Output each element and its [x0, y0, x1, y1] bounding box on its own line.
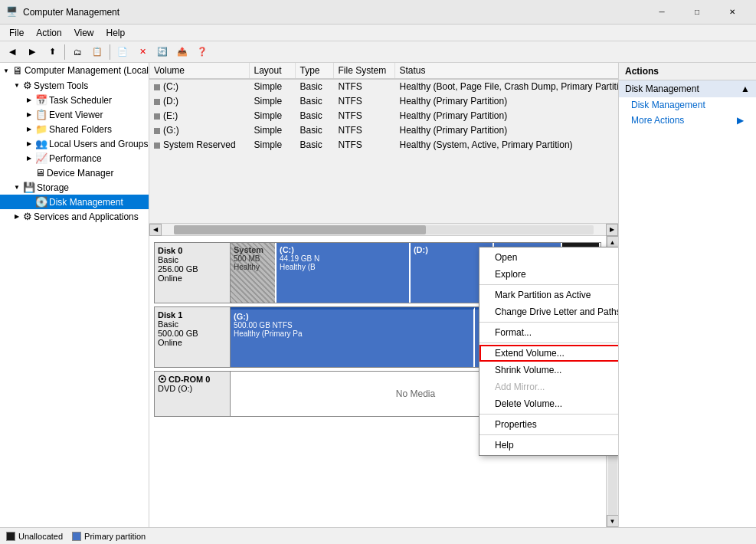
toolbar-export[interactable]: 📤 [173, 44, 191, 61]
actions-more-actions[interactable]: More Actions ▶ [619, 113, 756, 128]
context-menu-item-mark-partition-as-active[interactable]: Mark Partition as Active [479, 287, 618, 303]
partition-c[interactable]: (C:) 44.19 GB N Healthy (B [277, 243, 411, 303]
cdrom-0-name: 🖸 CD-ROM 0 [158, 375, 227, 384]
scroll-track[interactable] [174, 225, 594, 234]
tree-toggle-services[interactable]: ▶ [12, 212, 21, 221]
partition-system-reserved[interactable]: System 500 MB Healthy [231, 243, 277, 303]
tree-label-event-viewer: Event Viewer [49, 110, 103, 120]
toolbar-back[interactable]: ◀ [3, 44, 21, 61]
context-menu-item-explore[interactable]: Explore [479, 266, 618, 283]
disk-0-type: Basic [158, 255, 227, 264]
tree-item-system-tools[interactable]: ▼ ⚙ System Tools [0, 78, 149, 93]
legend-unallocated-box [6, 532, 15, 541]
toolbar-refresh[interactable]: 🔄 [153, 44, 172, 61]
context-menu-item-delete-volume-[interactable]: Delete Volume... [479, 395, 618, 412]
close-button[interactable]: ✕ [715, 0, 750, 25]
scroll-thumb [174, 225, 426, 234]
toolbar-up[interactable]: ⬆ [43, 44, 61, 61]
table-row[interactable]: System Reserved Simple Basic NTFS Health… [149, 138, 618, 152]
table-row[interactable]: (C:) Simple Basic NTFS Healthy (Boot, Pa… [149, 79, 618, 94]
tree-toggle-shared-folders[interactable]: ▶ [25, 125, 34, 134]
tree-item-performance[interactable]: ▶ 📈 Performance [0, 151, 149, 165]
tree-item-shared-folders[interactable]: ▶ 📁 Shared Folders [0, 122, 149, 136]
partition-c-status: Healthy (B [280, 263, 406, 271]
tree-root[interactable]: ▼ 🖥 Computer Management (Local [0, 63, 149, 78]
tree-item-services[interactable]: ▶ ⚙ Services and Applications [0, 209, 149, 224]
legend-unallocated-label: Unallocated [18, 532, 63, 541]
toolbar-show-hide[interactable]: 🗂 [68, 44, 87, 61]
menu-file[interactable]: File [3, 26, 30, 40]
tree-item-task-scheduler[interactable]: ▶ 📅 Task Scheduler [0, 93, 149, 107]
menu-view[interactable]: View [68, 26, 100, 40]
disk-0-size: 256.00 GB [158, 264, 227, 274]
toolbar-sep-1 [64, 44, 65, 60]
tree-label-system-tools: System Tools [34, 80, 88, 91]
services-icon: ⚙ [23, 211, 32, 222]
tree-item-device-manager[interactable]: ▶ 🖥 Device Manager [0, 165, 149, 180]
app-icon: 🖥️ [6, 6, 18, 18]
tree-item-disk-management[interactable]: ▶ 💽 Disk Management [0, 195, 149, 209]
context-menu-item-open[interactable]: Open [479, 249, 618, 266]
context-menu-separator [479, 414, 618, 415]
menu-help[interactable]: Help [100, 26, 132, 40]
legend-unallocated: Unallocated [6, 532, 63, 541]
context-menu-item-extend-volume-[interactable]: Extend Volume... [479, 345, 618, 362]
partition-g[interactable]: (G:) 500.00 GB NTFS Healthy (Primary Pa [231, 307, 475, 367]
maximize-button[interactable]: □ [679, 0, 715, 25]
tree-toggle-performance[interactable]: ▶ [25, 154, 34, 163]
context-menu-separator [479, 342, 618, 343]
actions-section-disk-management[interactable]: Disk Management ▲ [619, 80, 756, 97]
scroll-left-btn[interactable]: ◀ [149, 224, 162, 236]
menu-action[interactable]: Action [30, 26, 67, 40]
col-filesystem: File System [333, 63, 394, 79]
scroll-right-btn[interactable]: ▶ [606, 224, 618, 236]
tree-label-shared-folders: Shared Folders [49, 124, 112, 135]
tree-toggle-storage[interactable]: ▼ [12, 183, 21, 192]
tree-item-local-users[interactable]: ▶ 👥 Local Users and Groups [0, 136, 149, 151]
computer-icon: 🖥 [12, 64, 23, 77]
legend-primary-label: Primary partition [84, 532, 146, 541]
window-title: Computer Management [23, 7, 644, 18]
disk-1-size: 500.00 GB [158, 329, 227, 338]
toolbar-help[interactable]: ❓ [193, 44, 211, 61]
tree-toggle-task-scheduler[interactable]: ▶ [25, 96, 34, 105]
context-menu-item-help[interactable]: Help [479, 437, 618, 454]
tree-toggle-root[interactable]: ▼ [2, 66, 11, 75]
toolbar-new[interactable]: 📄 [113, 44, 132, 61]
event-viewer-icon: 📋 [35, 109, 47, 120]
context-menu-item-properties[interactable]: Properties [479, 416, 618, 433]
disk-0-info: Disk 0 Basic 256.00 GB Online [154, 242, 231, 303]
actions-panel: Actions Disk Management ▲ Disk Managemen… [618, 63, 756, 527]
col-type: Type [295, 63, 333, 79]
actions-disk-management-item[interactable]: Disk Management [619, 97, 756, 113]
tree-label-services: Services and Applications [34, 211, 139, 222]
tree-root-label: Computer Management (Local [25, 65, 149, 76]
toolbar-delete[interactable]: ✕ [133, 44, 152, 61]
tree-item-event-viewer[interactable]: ▶ 📋 Event Viewer [0, 107, 149, 122]
cdrom-0-media: No Media [390, 382, 441, 405]
scroll-down-btn[interactable]: ▼ [607, 515, 619, 527]
tree-item-storage[interactable]: ▼ 💾 Storage [0, 180, 149, 195]
minimize-button[interactable]: ─ [644, 0, 679, 25]
window-controls: ─ □ ✕ [644, 0, 750, 25]
storage-icon: 💾 [23, 182, 35, 193]
table-row[interactable]: (G:) Simple Basic NTFS Healthy (Primary … [149, 123, 618, 138]
table-row[interactable]: (E:) Simple Basic NTFS Healthy (Primary … [149, 109, 618, 123]
context-menu-item-shrink-volume-[interactable]: Shrink Volume... [479, 362, 618, 379]
tree-toggle-event-viewer[interactable]: ▶ [25, 110, 34, 120]
context-menu-item-format-[interactable]: Format... [479, 324, 618, 341]
cdrom-0-info: 🖸 CD-ROM 0 DVD (O:) [154, 371, 231, 417]
tree-toggle-system-tools[interactable]: ▼ [12, 81, 21, 90]
toolbar-properties[interactable]: 📋 [88, 44, 106, 61]
tree-panel: ▼ 🖥 Computer Management (Local ▼ ⚙ Syste… [0, 63, 149, 527]
context-menu-item-add-mirror-: Add Mirror... [479, 379, 618, 395]
actions-section-label: Disk Management [625, 84, 699, 94]
table-row[interactable]: (D:) Simple Basic NTFS Healthy (Primary … [149, 94, 618, 109]
disk-0-name: Disk 0 [158, 246, 227, 255]
disk-1-name: Disk 1 [158, 310, 227, 320]
context-menu-item-change-drive-letter-and-paths-[interactable]: Change Drive Letter and Paths... [479, 303, 618, 320]
toolbar-forward[interactable]: ▶ [23, 44, 41, 61]
horizontal-scrollbar[interactable]: ◀ ▶ [149, 224, 618, 236]
tree-toggle-local-users[interactable]: ▶ [25, 139, 34, 149]
system-tools-icon: ⚙ [23, 80, 32, 91]
